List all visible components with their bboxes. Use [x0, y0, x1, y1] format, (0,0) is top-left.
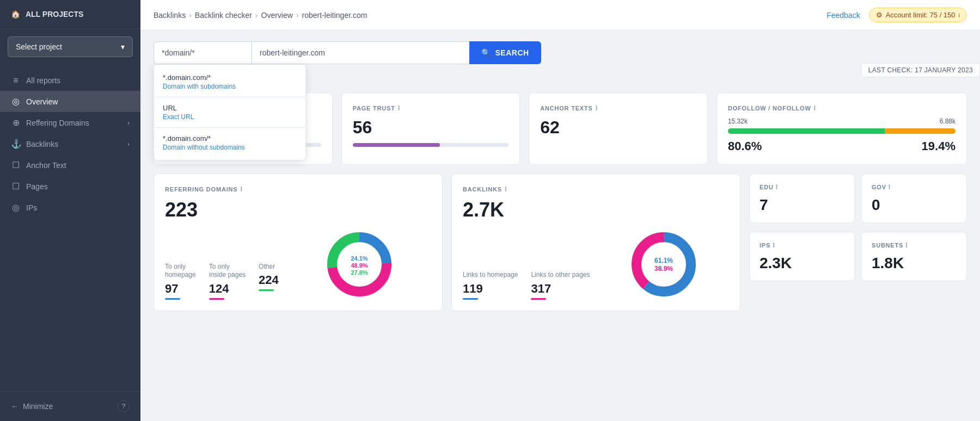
- list-icon: ≡: [11, 76, 21, 85]
- all-projects-header[interactable]: 🏠 ALL PROJECTS: [0, 0, 140, 29]
- globe-icon: ⊕: [11, 117, 21, 128]
- nofollow-count: 6.88k: [940, 117, 955, 125]
- edu-card: EDU i 7: [749, 174, 855, 223]
- ips-value: 2.3K: [759, 255, 844, 272]
- search-button[interactable]: 🔍 SEARCH: [469, 41, 541, 64]
- ips-card: IPS i 2.3K: [749, 232, 855, 281]
- nav-label: Backlinks: [26, 140, 58, 148]
- svg-text:24.1%: 24.1%: [351, 255, 367, 262]
- all-projects-label: ALL PROJECTS: [26, 10, 83, 18]
- page-trust-info[interactable]: i: [398, 104, 400, 112]
- anchor-icon: ⚓: [11, 139, 21, 149]
- sub-label: To onlyinside pages: [209, 263, 246, 280]
- sidebar-item-ips[interactable]: ◎ IPs: [0, 197, 140, 218]
- right-panel: EDU i 7 GOV i 0: [749, 174, 967, 311]
- nav-label: Pages: [26, 182, 48, 191]
- anchor-texts-label: ANCHOR TEXTS i: [540, 104, 696, 112]
- backlinks-sub-other: Links to other pages 317: [531, 271, 590, 300]
- dropdown-subtitle: Domain with subdomains: [163, 83, 297, 90]
- arrow-left-icon: ←: [11, 402, 19, 411]
- dropdown-divider: [154, 127, 305, 128]
- edu-gov-grid: EDU i 7 GOV i 0: [749, 174, 967, 223]
- account-limit-label: Account limit: 75 / 150: [886, 11, 955, 19]
- backlinks-details: Links to homepage 119 Links to other pag…: [463, 229, 729, 300]
- search-type-input[interactable]: [154, 41, 252, 64]
- breadcrumb-backlinks[interactable]: Backlinks: [154, 11, 186, 20]
- backlinks-chart: 61.1% 38.9%: [598, 229, 729, 300]
- svg-text:38.9%: 38.9%: [654, 265, 673, 273]
- donut-chart: 24.1% 48.9% 27.8%: [324, 229, 395, 300]
- referring-domains-value: 223: [165, 199, 431, 221]
- backlinks-info[interactable]: i: [505, 185, 507, 193]
- main-area: Backlinks › Backlink checker › Overview …: [140, 0, 980, 421]
- gov-info[interactable]: i: [889, 183, 891, 191]
- dropdown-item-2[interactable]: URL Exact URL: [154, 98, 305, 126]
- page-trust-progress: [353, 143, 440, 147]
- domain-sub-item-homepage: To onlyhomepage 97: [165, 263, 196, 300]
- sidebar-item-anchor-text[interactable]: ☐ Anchor Text: [0, 154, 140, 176]
- dropdown-title: *.domain.com/*: [163, 73, 297, 82]
- breadcrumb-sep: ›: [189, 11, 192, 20]
- sub-value: 317: [531, 282, 590, 296]
- breadcrumb: Backlinks › Backlink checker › Overview …: [154, 11, 367, 20]
- domain-sub-items: To onlyhomepage 97 To onlyinside pages 1…: [165, 263, 279, 300]
- sidebar-item-backlinks[interactable]: ⚓ Backlinks ›: [0, 133, 140, 154]
- minimize-button[interactable]: ← Minimize: [11, 402, 53, 411]
- info-icon: i: [959, 12, 960, 18]
- search-label: SEARCH: [495, 48, 529, 57]
- breadcrumb-sep: ›: [296, 11, 299, 20]
- sidebar-item-pages[interactable]: ☐ Pages: [0, 176, 140, 197]
- breadcrumb-overview[interactable]: Overview: [261, 11, 293, 20]
- dropdown-item-3[interactable]: *.domain.com/* Domain without subdomains: [154, 129, 305, 157]
- help-icon[interactable]: ?: [118, 400, 130, 412]
- nofollow-pct: 19.4%: [922, 139, 955, 153]
- sub-label: To onlyhomepage: [165, 263, 196, 280]
- topbar-actions: Feedback ⚙ Account limit: 75 / 150 i: [826, 8, 967, 22]
- sidebar-footer: ← Minimize ?: [0, 391, 140, 421]
- referring-domains-info[interactable]: i: [240, 185, 242, 193]
- svg-text:27.8%: 27.8%: [351, 269, 367, 276]
- feedback-link[interactable]: Feedback: [826, 11, 860, 20]
- dropdown-title: *.domain.com/*: [163, 134, 297, 143]
- page-icon: ☐: [11, 181, 21, 191]
- bottom-row: REFERRING DOMAINS i 223 To onlyhomepage …: [154, 174, 967, 311]
- gov-value: 0: [872, 196, 957, 214]
- chevron-icon: ›: [127, 140, 130, 148]
- doc-icon: ☐: [11, 160, 21, 170]
- sub-bar: [165, 298, 180, 300]
- dofollow-info[interactable]: i: [814, 104, 816, 112]
- domain-sub-item-other: Other 224: [259, 263, 279, 292]
- nofollow-segment: [885, 128, 955, 134]
- sub-value: 224: [259, 273, 279, 287]
- edu-info[interactable]: i: [776, 183, 778, 191]
- sidebar-item-referring-domains[interactable]: ⊕ Reffering Domains ›: [0, 112, 140, 133]
- sidebar: 🏠 ALL PROJECTS Select project ▾ ≡ All re…: [0, 0, 140, 421]
- ip-icon: ◎: [11, 202, 21, 213]
- search-url-input[interactable]: [252, 41, 469, 64]
- sidebar-item-overview[interactable]: ◎ Overview: [0, 91, 140, 112]
- ips-info[interactable]: i: [773, 241, 775, 249]
- referring-domains-details: To onlyhomepage 97 To onlyinside pages 1…: [165, 229, 431, 300]
- dropdown-divider: [154, 97, 305, 97]
- breadcrumb-domain: robert-leitinger.com: [302, 11, 367, 20]
- page-trust-label: PAGE TRUST i: [353, 104, 509, 112]
- dofollow-count: 15.32k: [728, 117, 748, 125]
- search-dropdown: *.domain.com/* Domain with subdomains UR…: [154, 64, 306, 160]
- sidebar-item-all-reports[interactable]: ≡ All reports: [0, 70, 140, 91]
- anchor-texts-card: ANCHOR TEXTS i 62: [529, 92, 708, 165]
- project-select[interactable]: Select project ▾: [8, 36, 133, 57]
- dofollow-label: DOFOLLOW / NOFOLLOW i: [728, 104, 955, 112]
- anchor-texts-value: 62: [540, 117, 696, 138]
- svg-text:48.9%: 48.9%: [351, 262, 367, 269]
- nav-label: Anchor Text: [26, 161, 66, 170]
- dofollow-pct: 80.6%: [728, 139, 762, 153]
- dropdown-item-1[interactable]: *.domain.com/* Domain with subdomains: [154, 68, 305, 96]
- nav-section: ≡ All reports ◎ Overview ⊕ Reffering Dom…: [0, 65, 140, 391]
- nav-label: Reffering Domains: [26, 119, 89, 127]
- subnets-card: SUBNETS i 1.8K: [861, 232, 967, 281]
- sub-bar: [209, 298, 224, 300]
- subnets-info[interactable]: i: [905, 241, 908, 249]
- page-trust-value: 56: [353, 117, 509, 138]
- breadcrumb-checker[interactable]: Backlink checker: [195, 11, 252, 20]
- anchor-texts-info[interactable]: i: [596, 104, 598, 112]
